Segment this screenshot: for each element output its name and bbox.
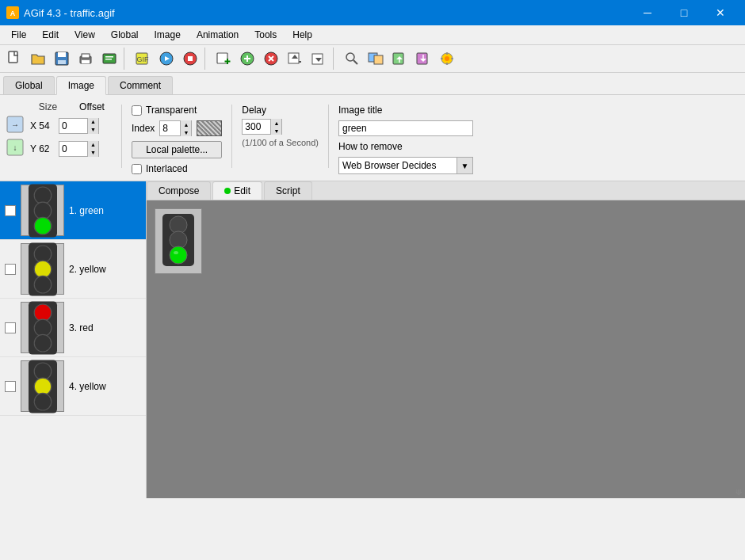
svg-point-57: [34, 246, 52, 263]
resize-handle[interactable]: ⟱: [735, 488, 742, 497]
menu-help[interactable]: Help: [285, 27, 320, 43]
menu-view[interactable]: View: [67, 27, 103, 43]
offset-y-input[interactable]: 0: [59, 142, 87, 156]
delay-input-row: 300 ▲ ▼: [242, 119, 319, 135]
frame-list: 1. green 2. yellow: [0, 181, 147, 498]
svg-rect-4: [58, 52, 66, 57]
sep-2: [231, 105, 232, 168]
svg-rect-2: [9, 51, 17, 63]
tb-new[interactable]: [3, 48, 25, 70]
tb-add-frame[interactable]: [236, 48, 258, 70]
svg-text:→: →: [11, 120, 19, 129]
offset-y-up[interactable]: ▲: [87, 141, 98, 149]
interlaced-checkbox[interactable]: [132, 164, 142, 174]
tb-anim-play[interactable]: [155, 48, 178, 70]
frame-checkbox-4[interactable]: [5, 381, 16, 392]
svg-rect-7: [82, 54, 90, 58]
color-swatch: [197, 120, 222, 136]
frame-item-2[interactable]: 2. yellow: [0, 240, 146, 299]
tb-anim-stop[interactable]: [179, 48, 201, 70]
frame-checkbox-2[interactable]: [5, 264, 16, 275]
svg-text:GIF: GIF: [137, 55, 150, 63]
tb-import[interactable]: [388, 48, 411, 70]
tb-print[interactable]: [74, 48, 97, 70]
tab-comment[interactable]: Comment: [108, 76, 173, 94]
delay-down[interactable]: ▼: [270, 127, 281, 135]
frame-label-3: 3. red: [69, 322, 94, 333]
image-title-label: Image title: [338, 105, 473, 116]
header-row: Size Offset: [6, 101, 112, 112]
how-to-remove-input[interactable]: Web Browser Decides: [338, 157, 457, 174]
delay-up[interactable]: ▲: [270, 119, 281, 127]
delay-section: Delay 300 ▲ ▼ (1/100 of a Second): [242, 101, 319, 147]
canvas-tab-compose[interactable]: Compose: [147, 181, 211, 200]
x-row: → X 54 0 ▲ ▼: [6, 116, 112, 135]
tb-new-frame[interactable]: [212, 48, 235, 70]
tb-extra[interactable]: [98, 48, 120, 70]
menu-bar: File Edit View Global Image Animation To…: [0, 25, 745, 45]
svg-rect-17: [188, 56, 193, 61]
tb-frame-ops[interactable]: [365, 48, 387, 70]
menu-animation[interactable]: Animation: [189, 27, 246, 43]
offset-x-spinbox: 0 ▲ ▼: [59, 118, 99, 134]
svg-text:↓: ↓: [13, 143, 17, 152]
frame-label-2: 2. yellow: [69, 264, 106, 275]
tb-export[interactable]: [412, 48, 434, 70]
window-controls: ─ □ ✕: [629, 0, 739, 25]
frame-item-3[interactable]: 3. red: [0, 299, 146, 357]
tab-image[interactable]: Image: [56, 76, 106, 95]
close-button[interactable]: ✕: [702, 0, 739, 25]
tb-save[interactable]: [51, 48, 73, 70]
toolbar: GIF: [0, 45, 745, 73]
tb-move-up[interactable]: [284, 48, 306, 70]
index-down[interactable]: ▼: [180, 128, 191, 136]
tb-move-down[interactable]: [308, 48, 330, 70]
svg-line-33: [353, 60, 357, 64]
tb-settings[interactable]: [436, 48, 458, 70]
canvas-tabs: Compose Edit Script: [147, 181, 745, 200]
svg-point-59: [34, 276, 52, 293]
tab-global[interactable]: Global: [3, 76, 55, 94]
index-row: Index 8 ▲ ▼: [132, 120, 222, 136]
index-spinbox: 8 ▲ ▼: [159, 120, 192, 136]
delay-input[interactable]: 300: [243, 120, 270, 134]
offset-x-input[interactable]: 0: [59, 119, 87, 133]
app-icon: A: [6, 6, 19, 19]
menu-edit[interactable]: Edit: [34, 27, 67, 43]
x-label: X 54: [30, 120, 52, 131]
frame-checkbox-3[interactable]: [5, 322, 16, 333]
local-palette-button[interactable]: Local palette...: [132, 141, 222, 158]
frame-thumb-3: [21, 302, 64, 353]
menu-image[interactable]: Image: [147, 27, 189, 43]
how-to-remove-label: How to remove: [338, 141, 473, 152]
frame-item-1[interactable]: 1. green: [0, 181, 146, 240]
transparent-checkbox[interactable]: [132, 105, 142, 116]
offset-y-down[interactable]: ▼: [87, 149, 98, 157]
frame-label-1: 1. green: [69, 205, 104, 216]
canvas-tab-edit[interactable]: Edit: [212, 181, 262, 200]
offset-x-down[interactable]: ▼: [87, 126, 98, 134]
svg-point-63: [34, 334, 52, 352]
menu-file[interactable]: File: [3, 27, 34, 43]
tb-search[interactable]: [341, 48, 363, 70]
offset-x-up[interactable]: ▲: [87, 118, 98, 126]
image-title-input[interactable]: green: [338, 120, 473, 136]
index-up[interactable]: ▲: [180, 120, 191, 128]
menu-tools[interactable]: Tools: [246, 27, 285, 43]
transparent-row: Transparent: [132, 105, 222, 116]
frame-checkbox-1[interactable]: [5, 205, 16, 216]
size-offset-section: Size Offset → X 54 0 ▲ ▼: [6, 101, 112, 158]
index-input[interactable]: 8: [160, 121, 180, 135]
how-to-remove-dropdown-btn[interactable]: ▼: [457, 157, 473, 174]
tb-frame-prev[interactable]: GIF: [132, 48, 154, 70]
tb-open[interactable]: [27, 48, 49, 70]
delay-label-row: Delay: [242, 105, 319, 116]
canvas-tab-script[interactable]: Script: [264, 181, 312, 200]
menu-global[interactable]: Global: [103, 27, 147, 43]
maximize-button[interactable]: □: [666, 0, 702, 25]
y-label: Y 62: [30, 143, 52, 154]
minimize-button[interactable]: ─: [629, 0, 666, 25]
frame-item-4[interactable]: 4. yellow: [0, 357, 146, 416]
svg-rect-35: [374, 55, 383, 64]
tb-del-frame[interactable]: [260, 48, 282, 70]
